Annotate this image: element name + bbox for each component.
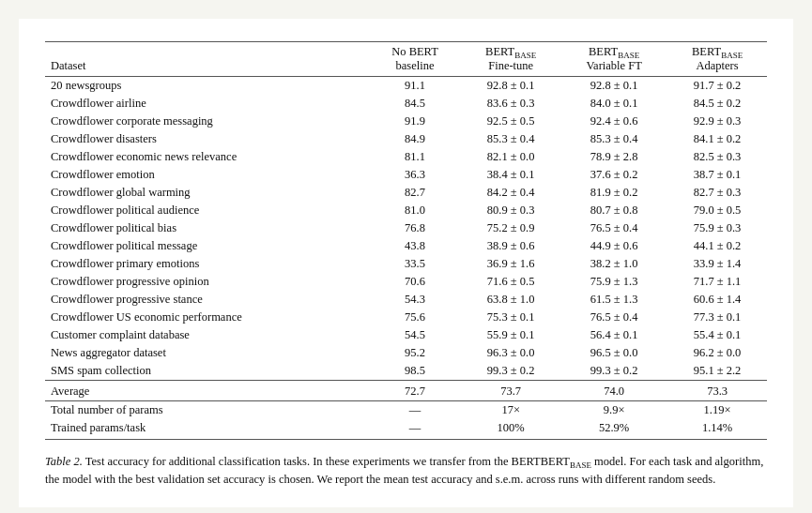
- cell-dataset: Crowdflower primary emotions: [45, 255, 369, 273]
- cell-bert-vft: 92.4 ± 0.6: [560, 113, 667, 130]
- cell-bert-vft: 75.9 ± 1.3: [560, 273, 667, 291]
- cell-params-label: Total number of params: [45, 401, 369, 420]
- cell-no-bert: 84.5: [369, 95, 461, 113]
- cell-average-label: Average: [45, 381, 369, 401]
- cell-bert-vft: 37.6 ± 0.2: [560, 166, 667, 184]
- cell-average-bert-vft: 74.0: [560, 381, 667, 401]
- cell-bert-vft: 76.5 ± 0.4: [560, 309, 667, 326]
- cell-params-bert-ft: 100%: [461, 419, 560, 440]
- table-row: SMS spam collection 98.5 99.3 ± 0.2 99.3…: [45, 362, 767, 381]
- cell-params-bert-vft: 52.9%: [560, 419, 667, 440]
- cell-bert-adapt: 79.0 ± 0.5: [667, 202, 767, 219]
- cell-no-bert: 82.7: [369, 184, 461, 202]
- cell-dataset: Crowdflower US economic performance: [45, 309, 369, 326]
- cell-bert-adapt: 84.5 ± 0.2: [667, 95, 767, 113]
- cell-dataset: 20 newsgroups: [45, 77, 369, 96]
- cell-bert-adapt: 84.1 ± 0.2: [667, 130, 767, 148]
- cell-bert-adapt: 75.9 ± 0.3: [667, 219, 767, 237]
- cell-bert-ft: 92.8 ± 0.1: [461, 77, 560, 96]
- cell-bert-adapt: 44.1 ± 0.2: [667, 237, 767, 255]
- table-row: Crowdflower political audience 81.0 80.9…: [45, 202, 767, 219]
- cell-bert-ft: 85.3 ± 0.4: [461, 130, 560, 148]
- table-row: Crowdflower economic news relevance 81.1…: [45, 148, 767, 166]
- col-header-bert-finetune: BERTBASEFine-tune: [461, 42, 560, 77]
- cell-bert-vft: 44.9 ± 0.6: [560, 237, 667, 255]
- cell-bert-ft: 36.9 ± 1.6: [461, 255, 560, 273]
- cell-bert-vft: 85.3 ± 0.4: [560, 130, 667, 148]
- cell-no-bert: 36.3: [369, 166, 461, 184]
- cell-no-bert: 81.1: [369, 148, 461, 166]
- cell-params-no-bert: —: [369, 419, 461, 440]
- cell-dataset: Crowdflower global warming: [45, 184, 369, 202]
- cell-params-bert-adapt: 1.19×: [667, 401, 767, 420]
- cell-no-bert: 98.5: [369, 362, 461, 381]
- cell-no-bert: 91.1: [369, 77, 461, 96]
- table-row: Crowdflower political message 43.8 38.9 …: [45, 237, 767, 255]
- cell-bert-ft: 92.5 ± 0.5: [461, 113, 560, 130]
- table-row: Crowdflower primary emotions 33.5 36.9 ±…: [45, 255, 767, 273]
- cell-no-bert: 75.6: [369, 309, 461, 326]
- cell-bert-vft: 84.0 ± 0.1: [560, 95, 667, 113]
- cell-bert-ft: 38.4 ± 0.1: [461, 166, 560, 184]
- cell-no-bert: 84.9: [369, 130, 461, 148]
- cell-bert-vft: 76.5 ± 0.4: [560, 219, 667, 237]
- cell-no-bert: 91.9: [369, 113, 461, 130]
- cell-bert-vft: 38.2 ± 1.0: [560, 255, 667, 273]
- col-header-bert-variable: BERTBASEVariable FT: [560, 42, 667, 77]
- page-container: Dataset No BERTbaseline BERTBASEFine-tun…: [19, 19, 793, 507]
- params-row: Trained params/task — 100% 52.9% 1.14%: [45, 419, 767, 440]
- table-row: Crowdflower emotion 36.3 38.4 ± 0.1 37.6…: [45, 166, 767, 184]
- results-table: Dataset No BERTbaseline BERTBASEFine-tun…: [45, 41, 767, 440]
- cell-bert-adapt: 38.7 ± 0.1: [667, 166, 767, 184]
- cell-bert-vft: 61.5 ± 1.3: [560, 291, 667, 309]
- cell-no-bert: 54.3: [369, 291, 461, 309]
- cell-no-bert: 81.0: [369, 202, 461, 219]
- cell-dataset: Customer complaint database: [45, 326, 369, 344]
- cell-dataset: SMS spam collection: [45, 362, 369, 381]
- caption-text: Test accuracy for additional classificat…: [85, 455, 541, 468]
- table-row: Crowdflower disasters 84.9 85.3 ± 0.4 85…: [45, 130, 767, 148]
- table-row: Customer complaint database 54.5 55.9 ± …: [45, 326, 767, 344]
- cell-bert-adapt: 71.7 ± 1.1: [667, 273, 767, 291]
- cell-average-no-bert: 72.7: [369, 381, 461, 401]
- cell-bert-ft: 80.9 ± 0.3: [461, 202, 560, 219]
- table-row: Crowdflower airline 84.5 83.6 ± 0.3 84.0…: [45, 95, 767, 113]
- cell-params-bert-adapt: 1.14%: [667, 419, 767, 440]
- table-row: Crowdflower progressive stance 54.3 63.8…: [45, 291, 767, 309]
- table-caption: Table 2. Test accuracy for additional cl…: [45, 453, 767, 489]
- cell-dataset: Crowdflower economic news relevance: [45, 148, 369, 166]
- cell-params-no-bert: —: [369, 401, 461, 420]
- cell-bert-ft: 84.2 ± 0.4: [461, 184, 560, 202]
- table-row: Crowdflower US economic performance 75.6…: [45, 309, 767, 326]
- cell-dataset: Crowdflower corporate messaging: [45, 113, 369, 130]
- cell-bert-ft: 83.6 ± 0.3: [461, 95, 560, 113]
- params-row: Total number of params — 17× 9.9× 1.19×: [45, 401, 767, 420]
- table-row: Crowdflower progressive opinion 70.6 71.…: [45, 273, 767, 291]
- cell-bert-vft: 92.8 ± 0.1: [560, 77, 667, 96]
- cell-bert-ft: 96.3 ± 0.0: [461, 344, 560, 362]
- cell-average-bert-ft: 73.7: [461, 381, 560, 401]
- cell-dataset: Crowdflower political bias: [45, 219, 369, 237]
- cell-bert-adapt: 95.1 ± 2.2: [667, 362, 767, 381]
- table-row: Crowdflower political bias 76.8 75.2 ± 0…: [45, 219, 767, 237]
- cell-dataset: Crowdflower political audience: [45, 202, 369, 219]
- cell-no-bert: 76.8: [369, 219, 461, 237]
- cell-dataset: Crowdflower emotion: [45, 166, 369, 184]
- cell-dataset: Crowdflower airline: [45, 95, 369, 113]
- table-row: 20 newsgroups 91.1 92.8 ± 0.1 92.8 ± 0.1…: [45, 77, 767, 96]
- cell-bert-adapt: 92.9 ± 0.3: [667, 113, 767, 130]
- cell-bert-ft: 75.3 ± 0.1: [461, 309, 560, 326]
- cell-bert-ft: 38.9 ± 0.6: [461, 237, 560, 255]
- cell-average-bert-adapt: 73.3: [667, 381, 767, 401]
- average-row: Average 72.7 73.7 74.0 73.3: [45, 381, 767, 401]
- cell-params-bert-vft: 9.9×: [560, 401, 667, 420]
- cell-bert-vft: 81.9 ± 0.2: [560, 184, 667, 202]
- cell-dataset: Crowdflower political message: [45, 237, 369, 255]
- table-row: Crowdflower corporate messaging 91.9 92.…: [45, 113, 767, 130]
- cell-dataset: News aggregator dataset: [45, 344, 369, 362]
- cell-dataset: Crowdflower progressive stance: [45, 291, 369, 309]
- col-header-no-bert: No BERTbaseline: [369, 42, 461, 77]
- table-row: Crowdflower global warming 82.7 84.2 ± 0…: [45, 184, 767, 202]
- cell-bert-ft: 99.3 ± 0.2: [461, 362, 560, 381]
- cell-no-bert: 54.5: [369, 326, 461, 344]
